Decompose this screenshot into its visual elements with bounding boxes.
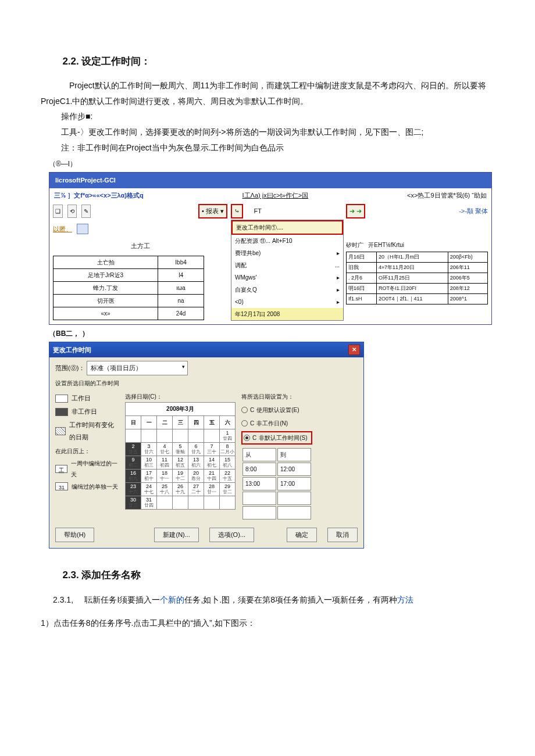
legend-panel: 工作日 非工作日 工作时间有变化的日期 在此日历上： 工一周中编缉过的一天 31…: [55, 391, 119, 493]
heading-2-2: 2.2. 设定工作时间：: [41, 52, 494, 71]
cell: ιωa: [158, 281, 204, 294]
legend-single: 编缉过的单独一天: [72, 481, 118, 492]
set-dates-label: 设置所选日期的工作时间: [55, 378, 358, 389]
scope-select[interactable]: 标准（项目日历）: [87, 361, 188, 375]
from-label: 从: [242, 448, 276, 461]
scope-label: 范围(⓪)：: [55, 364, 85, 371]
legend-weekday-icon: 工: [55, 465, 67, 473]
sec22-para2: 操作步■:: [41, 109, 494, 124]
set-to-panel: 将所选日期设置为： C 使用默认设置(E) C 非工作日(N) C 非默认工作时…: [241, 391, 312, 521]
legend-nonwork-icon: [55, 408, 68, 416]
options-button[interactable]: 选项(O)...: [209, 528, 254, 542]
cal-head-sat: 六: [220, 416, 236, 429]
menu-item: 自宴夊Q▸: [231, 284, 343, 296]
tools-menu-highlight: ⤷: [231, 204, 243, 218]
fig1-titlebar: IicrosoftProject-GCI: [49, 173, 491, 188]
menu-item: 年12月17曰 2008: [231, 308, 343, 320]
figure1-caption: （®—I）: [49, 157, 494, 171]
fig1-right-help: ->-颙 聚体: [459, 205, 488, 217]
legend-changed: 工作时间有变化的日期: [69, 419, 119, 443]
fig1-menu-right: <x>热工9日管裳*我(6) “助如: [407, 189, 487, 202]
help-button[interactable]: 帮助(H): [55, 528, 94, 542]
set-to-label: 将所选日期设置为：: [241, 391, 312, 402]
new-button[interactable]: 新建(N)...: [154, 528, 198, 542]
fig1-menubar: 三⅞ ］文f*α>««<x>三λα)格式q I工Λa) jx曰c>t»作仁>国 …: [49, 188, 491, 203]
fig1-menu-left: 三⅞ ］文f*α>««<x>三λα)格式q: [54, 189, 144, 202]
heading-2-3: 2.3. 添加任务名称: [41, 566, 494, 585]
cell: «x»: [54, 307, 158, 320]
menu-change-work-time: 更改工作时间①....: [231, 220, 343, 235]
toolbar-icon: ❑: [53, 205, 63, 218]
label: 矽时广: [346, 242, 363, 248]
menu-assign-res: 分配资源 ⑪... Alt+F10: [231, 235, 343, 247]
sec22-para3: 工具-〉更改工作时间，选择要更改的时间列->将所选的一期设词为非默认工作时间，见…: [41, 124, 494, 140]
dialog-title: 更改工作时间: [53, 344, 91, 356]
toolbar-icon: ✎: [81, 205, 91, 218]
menu-item: 费理共be)▸: [231, 247, 343, 259]
fig1-menu-mid: I工Λa) jx曰c>t»作仁>国: [242, 189, 309, 202]
cell: 足地于JrR近3: [54, 268, 158, 281]
bluesquare-icon: [77, 224, 88, 234]
green-arrows-highlight: ➜ ➜: [346, 204, 365, 218]
menu-item: 调配...: [231, 259, 343, 271]
on-calendar-label: 在此日历上：: [55, 446, 119, 457]
close-icon[interactable]: ✕: [348, 345, 360, 355]
time-from1[interactable]: 8:00: [242, 463, 276, 476]
fig1-orange-text: 以匿、: [53, 223, 72, 235]
fig1-task-table: 土亡拍Ibb4 足地于JrR近3I4 蜂力.丁发ιωa 切开医na «x»24d: [53, 256, 204, 320]
legend-changed-icon: [55, 427, 66, 435]
cell: 24d: [158, 307, 204, 320]
legend-nonwork: 非工作日: [72, 406, 97, 418]
menu-item: WMgws'▸: [231, 271, 343, 284]
opt-default[interactable]: C 使用默认设置(E): [241, 404, 312, 415]
figure-2-change-work-time-dialog: 更改工作时间 ✕ 范围(⓪)： 标准（项目日历） 设置所选日期的工作时间 工作日…: [49, 342, 364, 549]
legend-single-icon: 31: [55, 482, 68, 490]
time-grid[interactable]: 从到 8:0012:00 13:0017:00: [241, 447, 312, 521]
time-to1[interactable]: 12:00: [277, 463, 311, 476]
calendar-month: 2008年3月: [126, 403, 236, 416]
figure2-caption: （BB二， ）: [49, 327, 494, 341]
cell: Ibb4: [158, 256, 204, 268]
cell: 土亡拍: [54, 256, 158, 268]
cal-head-sun: 日: [126, 416, 141, 429]
select-date-label: 选择日期(C)：: [125, 391, 236, 402]
time-to2[interactable]: 17:00: [277, 477, 311, 490]
sec22-para4: 注：非工作时间在Project当中为灰色显示.工作时间为白色品示: [41, 140, 494, 156]
toolbar-icon: ⟲: [67, 205, 77, 218]
label: 开EHT⅛fKrtui: [368, 242, 404, 248]
ok-button[interactable]: 确定: [287, 528, 317, 542]
cancel-button[interactable]: 取消: [327, 528, 358, 542]
cell: na: [158, 294, 204, 307]
cell: I4: [158, 268, 204, 281]
fig1-tools-dropdown: 更改工作时间①.... 分配资源 ⑪... Alt+F10 费理共be)▸ 调配…: [231, 220, 344, 321]
opt-nonwork[interactable]: C 非工作日(N): [241, 418, 312, 429]
calendar-table[interactable]: 2008年3月 日 一二三四五 六 1廿四2廿五3廿六4廿七5蓥舢6廿九7三十8…: [125, 402, 236, 510]
fig1-toolbar-left: ❑ ⟲ ✎ • 报表 ▾: [53, 204, 227, 218]
cell: 蜂力.丁发: [54, 281, 158, 294]
cell: 切开医: [54, 294, 158, 307]
fig1-earthwork-label: 土方工: [53, 240, 227, 252]
legend-work-icon: [55, 395, 68, 403]
sec23-para1: 2.3.1, 耺新任务I须要插入一个新的任务,如卜.图，须要在第8项任务前插入一…: [41, 592, 494, 608]
sec23-para2: 1）点击任务8的任务序号.点击工具栏中的“插入”,如下图示：: [41, 615, 494, 631]
fig1-right-toolbar: ➜ ➜ ->-颙 聚体: [346, 204, 488, 218]
legend-work: 工作日: [72, 392, 91, 404]
opt-nondefault[interactable]: C 非默认工作时间(S): [241, 431, 312, 445]
menu-item: <0)▸: [231, 296, 343, 308]
legend-weekday: 一周中编缉过的一天: [71, 458, 119, 480]
fig1-right-table: 月16曰20（H年I1.月m曰200β<Fb) 旧我4»7年11月20日206年…: [346, 252, 488, 304]
figure-1-project-window: IicrosoftProject-GCI 三⅞ ］文f*α>««<x>三λα)格…: [49, 172, 492, 325]
sec22-para1: Project默认的工作时间一般周六、周11为非工作时间，而建筑工程中编制进度支…: [41, 78, 494, 109]
time-from2[interactable]: 13:00: [242, 477, 276, 490]
calendar-panel: 选择日期(C)： 2008年3月 日 一二三四五 六 1廿四2廿五3廿六4廿七5…: [125, 391, 236, 510]
report-button-highlight: • 报表 ▾: [198, 204, 227, 218]
to-label: 到: [277, 448, 311, 461]
